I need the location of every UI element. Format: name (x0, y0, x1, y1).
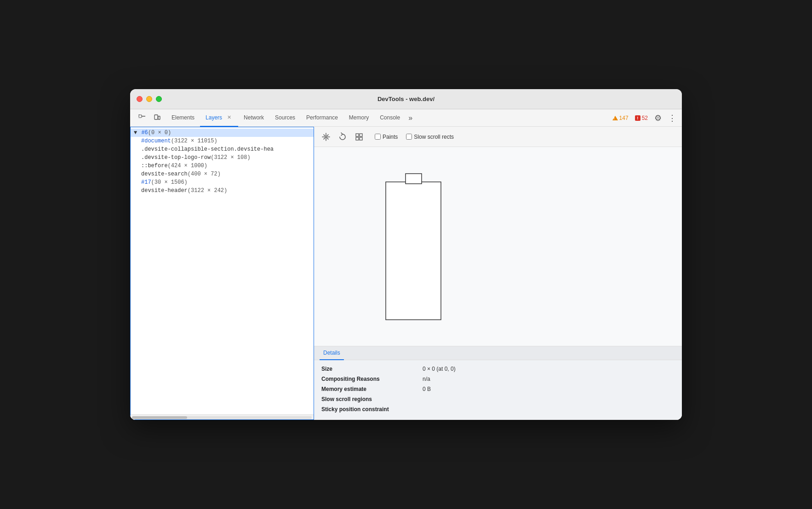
error-count: 52 (642, 115, 648, 121)
layers-panel: ▼ #6(0 × 0) #document(3122 × 11015) .dev… (130, 127, 314, 420)
canvas-area (314, 147, 682, 346)
tab-console[interactable]: Console (374, 109, 406, 127)
scrollbar-thumb[interactable] (132, 416, 187, 419)
details-row: Sticky position constraint (321, 404, 675, 414)
details-tab-bar: Details (314, 346, 682, 360)
maximize-button[interactable] (156, 96, 162, 102)
svg-point-4 (325, 136, 327, 138)
details-row: Slow scroll regions (321, 394, 675, 404)
layer-item[interactable]: ::before(424 × 1000) (130, 162, 314, 170)
inspect-toolbar (133, 112, 166, 124)
pan-tool-icon[interactable] (320, 130, 332, 143)
inspector-icon[interactable] (136, 112, 149, 124)
tab-elements[interactable]: Elements (166, 109, 200, 127)
layer-sketch (321, 154, 551, 346)
layer-toolbar: Paints Slow scroll rects (314, 127, 682, 147)
layer-list[interactable]: ▼ #6(0 × 0) #document(3122 × 11015) .dev… (130, 127, 314, 414)
scrollbar-track (132, 416, 312, 419)
details-row: Size 0 × 0 (at 0, 0) (321, 364, 675, 374)
window-controls (137, 96, 162, 102)
layer-item[interactable]: devsite-header(3122 × 242) (130, 187, 314, 195)
svg-rect-7 (356, 137, 359, 140)
device-toggle-icon[interactable] (150, 112, 163, 124)
main-content: ▼ #6(0 × 0) #document(3122 × 11015) .dev… (130, 127, 682, 420)
tab-layers-close[interactable]: ✕ (226, 114, 233, 121)
details-tab[interactable]: Details (320, 346, 344, 360)
layers-scrollbar[interactable] (130, 414, 314, 420)
tab-bar: Elements Layers ✕ Network Sources Perfor… (130, 109, 682, 127)
svg-rect-0 (139, 115, 142, 118)
devtools-window: DevTools - web.dev/ Elements Layers (130, 89, 682, 420)
paints-checkbox[interactable] (375, 134, 381, 140)
tab-layers[interactable]: Layers ✕ (200, 109, 238, 127)
tab-sources[interactable]: Sources (269, 109, 301, 127)
layer-item[interactable]: devsite-search(400 × 72) (130, 170, 314, 178)
right-panel: Paints Slow scroll rects (314, 127, 682, 420)
layer-item[interactable]: #17(30 × 1506) (130, 178, 314, 187)
warnings-badge[interactable]: 147 (610, 114, 631, 122)
svg-rect-6 (360, 134, 362, 136)
svg-rect-2 (154, 115, 158, 119)
tab-memory[interactable]: Memory (343, 109, 374, 127)
rotate-tool-icon[interactable] (336, 130, 349, 143)
layer-item[interactable]: .devsite-top-logo-row(3122 × 108) (130, 153, 314, 162)
minimize-button[interactable] (146, 96, 152, 102)
tab-right-icons: 147 ! 52 ⚙ ⋮ (610, 111, 679, 125)
slow-scroll-checkbox-label[interactable]: Slow scroll rects (406, 134, 454, 140)
warning-icon (612, 116, 618, 120)
titlebar: DevTools - web.dev/ (130, 89, 682, 109)
svg-rect-5 (356, 134, 359, 136)
details-row: Compositing Reasons n/a (321, 374, 675, 384)
error-icon: ! (635, 115, 640, 121)
details-row: Memory estimate 0 B (321, 384, 675, 394)
details-table: Size 0 × 0 (at 0, 0) Compositing Reasons… (314, 360, 682, 420)
tab-performance[interactable]: Performance (301, 109, 343, 127)
layer-item[interactable]: .devsite-collapsible-section.devsite-hea (130, 145, 305, 153)
tab-network[interactable]: Network (238, 109, 269, 127)
more-options-icon[interactable]: ⋮ (665, 111, 679, 125)
more-tabs-button[interactable]: » (406, 114, 415, 122)
svg-rect-10 (406, 174, 422, 184)
svg-rect-3 (158, 116, 160, 119)
svg-rect-9 (386, 182, 441, 320)
paints-checkbox-label[interactable]: Paints (375, 134, 398, 140)
close-button[interactable] (137, 96, 143, 102)
warning-count: 147 (619, 115, 629, 121)
svg-rect-8 (360, 137, 362, 140)
details-panel: Details Size 0 × 0 (at 0, 0) Compositing… (314, 346, 682, 420)
settings-icon[interactable]: ⚙ (652, 111, 664, 125)
slow-scroll-checkbox[interactable] (406, 134, 412, 140)
checkboxes: Paints Slow scroll rects (375, 134, 454, 140)
window-title: DevTools - web.dev/ (377, 96, 435, 102)
layer-item[interactable]: #document(3122 × 11015) (130, 137, 314, 145)
reset-view-icon[interactable] (353, 130, 366, 143)
layer-item[interactable]: ▼ #6(0 × 0) (130, 129, 314, 137)
errors-badge[interactable]: ! 52 (632, 114, 651, 122)
